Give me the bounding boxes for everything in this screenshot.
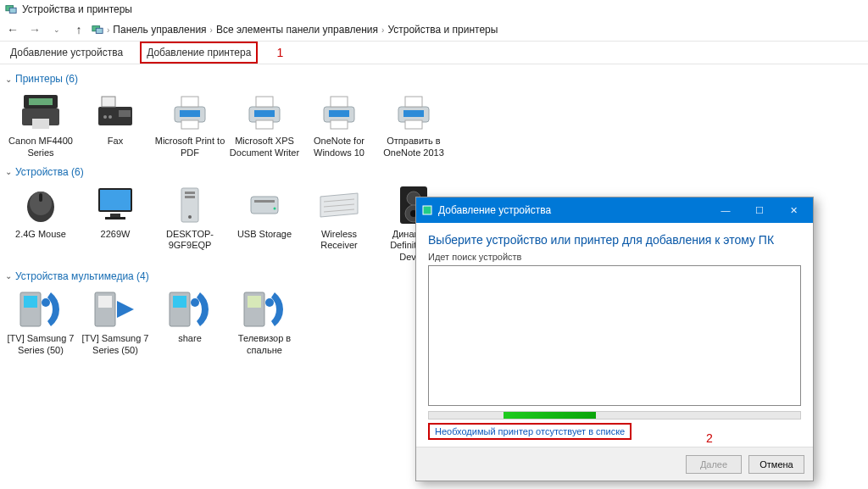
svg-rect-19 <box>254 110 275 117</box>
device-label: [TV] Samsung 7 Series (50) <box>80 333 151 357</box>
device-item[interactable]: OneNote for Windows 10 <box>302 88 376 163</box>
device-item[interactable]: Canon MF4400 Series <box>3 88 78 163</box>
svg-rect-41 <box>254 200 275 203</box>
device-label: Canon MF4400 Series <box>5 136 76 159</box>
svg-rect-31 <box>39 193 42 202</box>
device-item[interactable]: [TV] Samsung 7 Series (50) <box>78 286 153 360</box>
device-item[interactable]: [TV] Samsung 7 Series (50) <box>3 286 78 360</box>
dialog-titlebar[interactable]: Добавление устройства — ☐ ✕ <box>416 197 813 223</box>
svg-rect-57 <box>173 296 186 308</box>
breadcrumb-item[interactable]: Устройства и принтеры <box>387 24 498 36</box>
chevron-right-icon: › <box>210 25 213 35</box>
printer-icon <box>390 92 437 132</box>
printer-icon <box>166 92 214 132</box>
section-title: Устройства (6) <box>15 166 84 178</box>
next-button[interactable]: Далее <box>686 455 742 474</box>
section-title: Принтеры (6) <box>15 73 78 85</box>
svg-rect-15 <box>180 110 200 117</box>
device-item[interactable]: Microsoft XPS Document Writer <box>227 88 302 163</box>
device-label: Телевизор в спальне <box>229 333 300 357</box>
media-server-icon <box>241 289 288 330</box>
dialog-heading: Выберите устройство или принтер для доба… <box>428 233 801 247</box>
svg-rect-20 <box>256 120 273 129</box>
svg-rect-7 <box>29 98 53 105</box>
cancel-button[interactable]: Отмена <box>748 455 804 474</box>
svg-rect-27 <box>403 110 424 117</box>
device-item[interactable]: Fax <box>78 88 153 163</box>
annotation-1: 1 <box>270 46 283 59</box>
chevron-right-icon: › <box>107 25 109 35</box>
progress-bar-fill <box>504 412 597 419</box>
breadcrumb[interactable]: › Панель управления › Все элементы панел… <box>107 24 498 36</box>
svg-rect-40 <box>251 197 278 214</box>
devices-icon <box>5 3 17 15</box>
svg-rect-51 <box>24 296 37 308</box>
window-title: Устройства и принтеры <box>22 3 132 15</box>
device-item[interactable]: 2269W <box>78 181 153 267</box>
svg-rect-26 <box>405 97 422 107</box>
device-item[interactable]: Телевизор в спальне <box>227 286 302 360</box>
svg-rect-28 <box>405 120 422 129</box>
svg-rect-24 <box>331 120 348 129</box>
device-item[interactable]: 2.4G Mouse <box>3 181 78 267</box>
navigation-bar: ← → ⌄ ↑ › Панель управления › Все элемен… <box>0 19 868 41</box>
up-button[interactable]: ↑ <box>70 20 88 39</box>
device-label: Microsoft Print to PDF <box>154 136 225 159</box>
add-device-button[interactable]: Добавление устройства <box>5 43 128 62</box>
chevron-down-icon: ⌄ <box>5 271 12 281</box>
breadcrumb-item[interactable]: Все элементы панели управления <box>216 24 378 36</box>
command-toolbar: Добавление устройства Добавление принтер… <box>0 41 868 64</box>
svg-rect-35 <box>105 217 125 219</box>
svg-rect-62 <box>423 206 431 214</box>
svg-rect-16 <box>181 120 198 129</box>
svg-rect-3 <box>96 28 103 33</box>
back-button[interactable]: ← <box>3 20 22 39</box>
device-item[interactable]: share <box>153 286 227 360</box>
svg-point-11 <box>103 115 107 119</box>
svg-rect-14 <box>181 97 198 107</box>
device-item[interactable]: Отправить в OneNote 2013 <box>376 88 451 163</box>
svg-point-61 <box>265 298 274 307</box>
svg-rect-37 <box>185 192 195 194</box>
close-button[interactable]: ✕ <box>779 205 808 216</box>
svg-rect-34 <box>110 214 120 217</box>
devices-path-icon <box>92 24 103 36</box>
section-printers-header[interactable]: ⌄ Принтеры (6) <box>3 69 865 88</box>
keyboard-icon <box>315 185 363 225</box>
breadcrumb-item[interactable]: Панель управления <box>113 24 206 36</box>
device-item[interactable]: Wireless Receiver <box>302 181 376 267</box>
search-progress <box>428 411 801 420</box>
minimize-button[interactable]: — <box>711 205 740 215</box>
device-item[interactable]: DESKTOP-9GF9EQP <box>153 181 227 267</box>
add-printer-button[interactable]: Добавление принтера <box>140 42 258 64</box>
mfp-printer-icon <box>17 92 64 132</box>
desktop-pc-icon <box>166 185 214 225</box>
section-devices-header[interactable]: ⌄ Устройства (6) <box>3 163 865 181</box>
storage-icon <box>241 185 288 225</box>
device-label: 2.4G Mouse <box>15 229 66 241</box>
device-label: Fax <box>108 136 123 147</box>
dialog-footer: Далее Отмена <box>416 447 813 481</box>
device-item[interactable]: Microsoft Print to PDF <box>153 88 227 163</box>
device-item[interactable]: USB Storage <box>227 181 302 267</box>
maximize-button[interactable]: ☐ <box>745 205 774 216</box>
svg-point-52 <box>42 298 50 307</box>
svg-point-39 <box>188 215 192 219</box>
forward-button[interactable]: → <box>25 20 44 39</box>
recent-dropdown[interactable]: ⌄ <box>47 20 66 39</box>
svg-point-58 <box>191 298 199 307</box>
fax-icon <box>92 92 139 132</box>
wizard-icon <box>421 204 433 216</box>
device-label: Wireless Receiver <box>303 229 375 253</box>
svg-point-42 <box>274 207 276 209</box>
device-label: 2269W <box>101 229 131 241</box>
device-listbox[interactable] <box>428 265 801 406</box>
svg-marker-55 <box>117 301 134 318</box>
device-label: share <box>178 333 202 345</box>
chevron-down-icon: ⌄ <box>5 167 12 176</box>
printer-not-listed-link[interactable]: Необходимый принтер отсутствует в списке <box>428 423 632 440</box>
chevron-down-icon: ⌄ <box>5 75 12 84</box>
window-titlebar: Устройства и принтеры <box>0 0 868 19</box>
media-server-icon <box>17 289 64 330</box>
svg-rect-38 <box>185 196 195 198</box>
